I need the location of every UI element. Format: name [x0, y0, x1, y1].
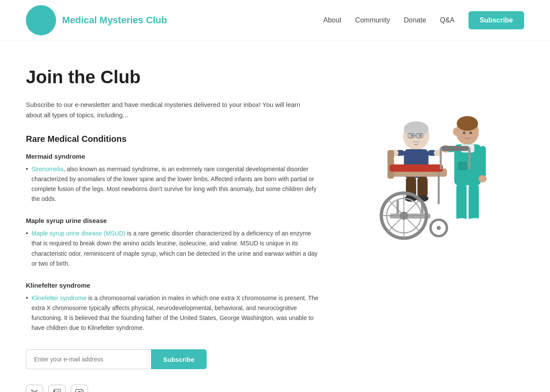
svg-rect-47	[468, 184, 479, 221]
svg-point-37	[463, 132, 465, 134]
condition-mermaid: Mermaid syndrome ▪ Sirenomelia, also kno…	[26, 153, 319, 204]
sirenomelia-link[interactable]: Sirenomelia	[31, 166, 63, 172]
svg-point-49	[465, 218, 484, 226]
twitter-icon[interactable]	[26, 385, 43, 392]
svg-point-6	[419, 135, 421, 137]
illustration-area	[336, 67, 524, 392]
condition-klinefelter: Klinefelter syndrome ▪ Klinefelter syndr…	[26, 282, 319, 333]
condition-mermaid-name: Mermaid syndrome	[26, 153, 319, 160]
svg-rect-43	[480, 146, 486, 179]
site-header: $ Ƀ Medical Mysteries Club About Communi…	[0, 0, 550, 41]
svg-point-32	[437, 226, 441, 230]
svg-rect-51	[440, 146, 469, 151]
site-title: Medical Mysteries Club	[62, 15, 167, 26]
main-content: Join the Club Subscribe to our e-newslet…	[0, 41, 550, 392]
logo-area: $ Ƀ Medical Mysteries Club	[26, 5, 167, 35]
subscribe-submit-button[interactable]: Subscribe	[151, 349, 207, 369]
condition-klinefelter-text: Klinefelter syndrome is a chromosomal va…	[31, 293, 319, 333]
bullet-mermaid: ▪	[26, 165, 28, 172]
page-title: Join the Club	[26, 67, 319, 88]
svg-rect-46	[456, 184, 466, 221]
bullet-klinefelter: ▪	[26, 294, 28, 301]
bullet-maple: ▪	[26, 229, 28, 236]
email-section: Subscribe	[26, 349, 319, 369]
condition-klinefelter-name: Klinefelter syndrome	[26, 282, 319, 289]
msud-link[interactable]: Maple syrup urine disease (MSUD)	[31, 230, 126, 237]
content-area: Join the Club Subscribe to our e-newslet…	[26, 67, 319, 392]
condition-maple-name: Maple syrup urine disease	[26, 217, 319, 224]
nav-subscribe-button[interactable]: Subscribe	[468, 11, 524, 29]
nav-about[interactable]: About	[324, 16, 342, 24]
condition-mermaid-text: Sirenomelia, also known as mermaid syndr…	[31, 164, 319, 204]
section-title: Rare Medical Conditions	[26, 134, 319, 144]
email-input[interactable]	[26, 349, 151, 369]
svg-point-39	[453, 128, 459, 136]
condition-maple-text: Maple syrup urine disease (MSUD) is a ra…	[31, 229, 319, 268]
social-icons	[26, 385, 319, 392]
intro-text: Subscribe to our e-newsletter and have m…	[26, 100, 302, 120]
condition-mermaid-desc: , also known as mermaid syndrome, is an …	[31, 166, 317, 202]
svg-point-5	[411, 135, 413, 137]
svg-rect-50	[458, 163, 466, 170]
nav-community[interactable]: Community	[355, 16, 390, 24]
svg-rect-16	[417, 177, 427, 198]
nav-donate[interactable]: Donate	[404, 16, 426, 24]
svg-point-30	[399, 212, 408, 220]
svg-point-36	[456, 116, 478, 131]
svg-point-4	[404, 122, 428, 136]
main-nav: About Community Donate Q&A Subscribe	[324, 11, 524, 29]
instagram-icon[interactable]	[71, 385, 88, 392]
svg-point-45	[478, 175, 487, 182]
svg-point-38	[469, 132, 472, 134]
svg-text:Ƀ: Ƀ	[39, 16, 43, 23]
klinefelter-link[interactable]: Klinefelter syndrome	[31, 295, 87, 301]
logo-icon: $ Ƀ	[26, 5, 56, 35]
svg-rect-34	[390, 164, 443, 172]
medical-illustration	[349, 93, 512, 257]
twitch-icon[interactable]	[48, 385, 66, 392]
condition-maple: Maple syrup urine disease ▪ Maple syrup …	[26, 217, 319, 268]
nav-qa[interactable]: Q&A	[440, 16, 455, 24]
